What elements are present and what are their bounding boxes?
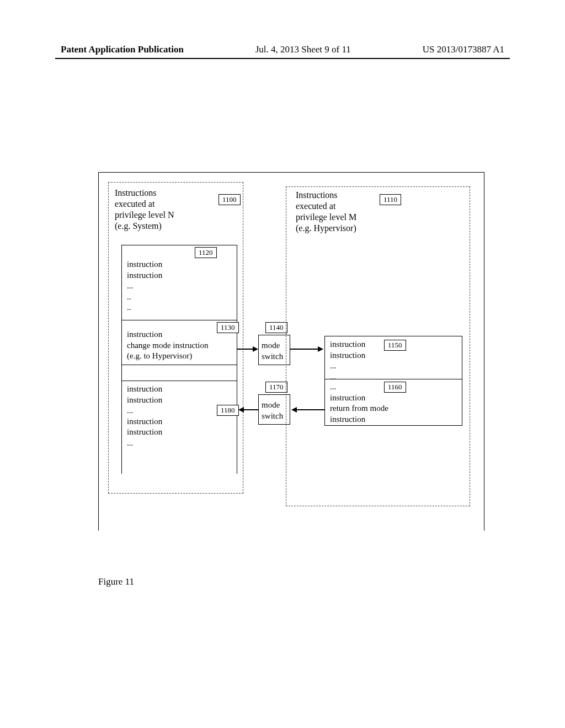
group-right-title: Instructions executed at privilege level… — [296, 190, 356, 234]
ref-1120: 1120 — [195, 247, 217, 258]
ref-1140: 1140 — [265, 322, 287, 333]
group-left-title: Instructions executed at privilege level… — [115, 188, 174, 232]
diagram-stage: Instructions executed at privilege level… — [98, 172, 484, 531]
page-header: Patent Application Publication Jul. 4, 2… — [0, 44, 565, 55]
box-1160-text: ... instruction return from mode instruc… — [330, 382, 388, 425]
box-1140-text: mode switch — [262, 340, 283, 362]
arrow-1160-1170 — [296, 409, 324, 410]
box-1130-text: instruction change mode instruction (e.g… — [127, 329, 208, 362]
box-1180-text: instruction instruction ... instruction … — [127, 384, 162, 448]
ref-1130: 1130 — [217, 322, 239, 333]
arrow-head-1130-1140 — [253, 346, 258, 352]
box-1170-text: mode switch — [262, 400, 283, 421]
ref-1110: 1110 — [380, 194, 401, 205]
arrow-head-1140-1150 — [318, 346, 323, 352]
header-mid: Jul. 4, 2013 Sheet 9 of 11 — [255, 44, 351, 55]
figure-caption: Figure 11 — [98, 576, 134, 587]
ref-1150: 1150 — [384, 340, 406, 351]
header-rule — [55, 58, 510, 59]
box-1120-text: instruction instruction ... .. .. .. — [127, 259, 162, 324]
arrow-1130-1140 — [237, 349, 254, 350]
arrow-1140-1150 — [290, 349, 319, 350]
box-1150-text: instruction instruction ... ... — [330, 339, 365, 382]
header-right: US 2013/0173887 A1 — [423, 44, 504, 55]
ref-1100: 1100 — [218, 194, 241, 205]
header-left: Patent Application Publication — [61, 44, 184, 55]
ref-1170: 1170 — [265, 382, 287, 393]
arrow-head-1160-1170 — [291, 407, 297, 413]
ref-1180: 1180 — [217, 405, 239, 416]
arrow-1170-1180 — [243, 409, 258, 410]
arrow-head-1170-1180 — [238, 407, 244, 413]
